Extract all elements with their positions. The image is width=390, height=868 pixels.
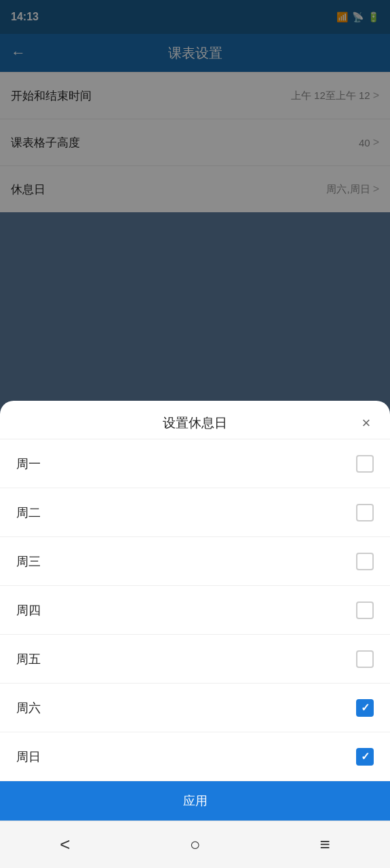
day-checkbox-saturday[interactable]: [356, 699, 374, 717]
nav-home-button[interactable]: ○: [174, 825, 215, 865]
day-checkbox-monday[interactable]: [356, 455, 374, 473]
dialog-header: 设置休息日 ×: [0, 401, 390, 439]
nav-menu-button[interactable]: ≡: [305, 825, 345, 865]
day-item-friday[interactable]: 周五: [0, 635, 390, 684]
day-item-wednesday[interactable]: 周三: [0, 537, 390, 586]
nav-back-button[interactable]: <: [45, 825, 85, 865]
day-checkbox-friday[interactable]: [356, 650, 374, 668]
day-item-saturday[interactable]: 周六: [0, 684, 390, 732]
day-label-wednesday: 周三: [16, 553, 41, 570]
day-label-monday: 周一: [16, 456, 41, 472]
day-label-thursday: 周四: [16, 602, 41, 618]
day-item-monday[interactable]: 周一: [0, 439, 390, 488]
day-label-tuesday: 周二: [16, 505, 41, 521]
day-label-friday: 周五: [16, 651, 41, 667]
apply-button[interactable]: 应用: [0, 781, 390, 821]
dialog-title: 设置休息日: [163, 414, 227, 432]
dialog-close-button[interactable]: ×: [356, 413, 376, 433]
day-label-saturday: 周六: [16, 700, 41, 716]
day-checkbox-sunday[interactable]: [356, 748, 374, 766]
day-checkbox-wednesday[interactable]: [356, 553, 374, 570]
day-item-sunday[interactable]: 周日: [0, 732, 390, 781]
bottom-nav: < ○ ≡: [0, 821, 390, 868]
day-item-tuesday[interactable]: 周二: [0, 488, 390, 537]
day-checkbox-tuesday[interactable]: [356, 504, 374, 521]
day-checkbox-thursday[interactable]: [356, 601, 374, 619]
day-label-sunday: 周日: [16, 749, 41, 765]
day-item-thursday[interactable]: 周四: [0, 586, 390, 635]
rest-day-dialog: 设置休息日 × 周一 周二 周三 周四 周五 周六 周日 应用: [0, 401, 390, 821]
